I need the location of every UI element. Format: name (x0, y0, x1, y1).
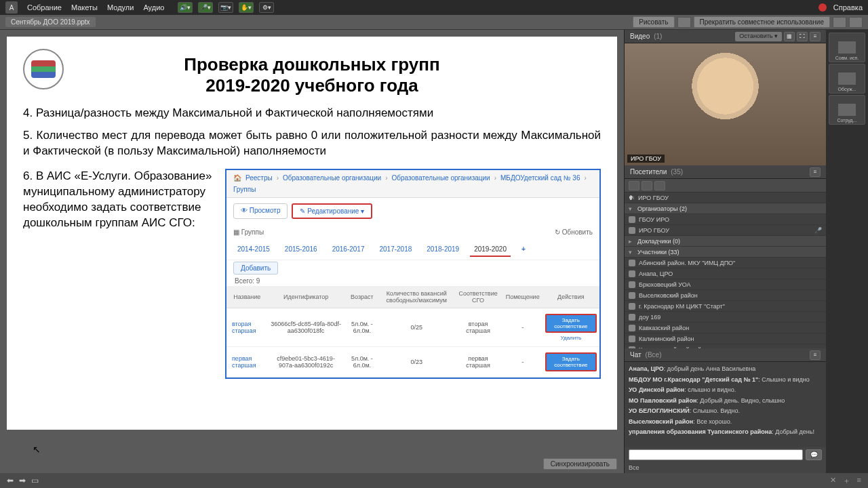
attendees-list: 🗣ИРО ГБОУ ▾Организаторы (2) ГБОУ ИРО ИРО… (625, 192, 826, 348)
list-item[interactable]: Кавказский район (625, 323, 826, 333)
sync-button[interactable]: Синхронизировать (543, 458, 617, 470)
list-item[interactable]: Брюховецкий УОА (625, 279, 826, 290)
list-item[interactable]: г. Краснодар КМ ЦИКТ "Старт" (625, 301, 826, 312)
chat-message: УО Динской район: слышно и видно. (629, 386, 822, 395)
stop-sharing-button[interactable]: Прекратить совместное использование (694, 16, 831, 28)
draw-button[interactable]: Рисовать (633, 16, 674, 28)
add-group-button[interactable]: Добавить (233, 262, 278, 274)
edit-mode-button[interactable]: ✎ Редактирование ▾ (292, 203, 372, 219)
home-icon: 🏠 (233, 174, 241, 182)
chat-input-row: 💬 (625, 447, 826, 462)
presenters-section[interactable]: ▸Докладчики (0) (625, 236, 826, 247)
year-tab[interactable]: 2017-2018 (375, 243, 416, 257)
settings-icon[interactable]: ⚙▾ (259, 2, 274, 13)
panel-menu-icon[interactable]: ≡ (810, 167, 821, 177)
chat-panel-header: Чат(Все) ≡ (625, 348, 826, 362)
panel-menu-icon[interactable]: ≡ (810, 350, 821, 360)
attendee-tool-icon[interactable] (629, 181, 639, 190)
panel-menu-icon[interactable]: ≡ (810, 32, 821, 41)
layout-discussion-button[interactable]: Обсуж... (829, 64, 865, 94)
layout-collab-button[interactable]: Сотруд... (829, 95, 865, 125)
video-feed: ИРО ГБОУ (625, 43, 826, 165)
chat-message: УО БЕЛОГЛИНСКИЙ: Слышно. Видно. (629, 407, 822, 416)
close-icon[interactable]: ✕ (830, 476, 836, 486)
list-item[interactable]: Выселковский район (625, 290, 826, 301)
add-year-button[interactable]: + (517, 243, 530, 257)
list-item[interactable]: Анапа, ЦРО (625, 268, 826, 279)
speaker-name-label: ИРО ГБОУ (627, 155, 665, 163)
euslugi-screenshot: 🏠 Реестры› Образовательные организации› … (225, 169, 601, 379)
share-toolbar: Сентябрь ДОО 2019.pptx Рисовать Прекрати… (0, 15, 868, 30)
layouts-bar: Совм. исп. Обсуж... Сотруд... (826, 30, 868, 473)
participants-section[interactable]: ▾Участники (33) (625, 247, 826, 258)
camera-icon[interactable]: 📷▾ (218, 2, 233, 13)
share-menu-icon[interactable] (849, 17, 863, 28)
shared-file-tab[interactable]: Сентябрь ДОО 2019.pptx (5, 17, 96, 27)
refresh-button[interactable]: ↻ Обновить (555, 228, 593, 236)
next-slide-button[interactable]: ➡ (19, 476, 26, 485)
chat-message: управления образования Туапсинского райо… (629, 428, 822, 437)
slide-footer: ↖ Синхронизировать (0, 454, 624, 473)
attendee-tool-icon[interactable] (642, 181, 652, 190)
set-mapping-button[interactable]: Задать соответствие (545, 314, 597, 333)
attendee-tool-icon[interactable] (654, 181, 665, 190)
stop-video-button[interactable]: Остановить ▾ (735, 32, 782, 41)
slide: Проверка дошкольных групп 2019-2020 учеб… (7, 37, 617, 430)
table-row: вторая старшая 36066cf5-dc85-49fa-80df-a… (226, 308, 599, 346)
year-tab[interactable]: 2016-2017 (328, 243, 369, 257)
chat-messages: Анапа, ЦРО: добрый день Анна Васильевна … (625, 362, 826, 447)
org-logo-icon (23, 49, 64, 89)
app-menubar: A Собрание Макеты Модули Аудио 🔊▾ 🎤▾ 📷▾ … (0, 0, 868, 15)
list-item[interactable]: Абинский район. МКУ "ИМЦ ДПО" (625, 258, 826, 268)
slide-para-4: 4. Разница/разность между Максимальной и… (23, 106, 601, 121)
list-item[interactable]: ГБОУ ИРО (625, 214, 826, 225)
plus-icon[interactable]: ＋ (843, 476, 850, 486)
delete-link[interactable]: Удалить (545, 335, 597, 341)
video-panel-header: Видео(1) Остановить ▾ ▦ ⛶ ≡ (625, 30, 826, 43)
total-count: Всего: 9 (226, 276, 599, 286)
mic-active-icon: 🎤 (814, 227, 822, 234)
list-item[interactable]: Калининский район (625, 333, 826, 344)
menu-layouts[interactable]: Макеты (71, 3, 98, 12)
raise-hand-icon[interactable]: ✋▾ (239, 2, 254, 13)
table-row: первая старшая cf9ebe01-5bc3-4619-907a-a… (226, 346, 599, 377)
chat-message: МБДОУ МО г.Краснодар "Детский сад № 1": … (629, 375, 822, 385)
pointer-tool-icon[interactable] (677, 17, 691, 28)
bottom-bar: ⬅ ➡ ▭ ✕ ＋ ≡ (0, 473, 868, 488)
recording-indicator-icon (818, 3, 827, 12)
year-tab[interactable]: 2014-2015 (233, 243, 274, 257)
mic-icon[interactable]: 🎤▾ (198, 2, 213, 13)
menu-audio[interactable]: Аудио (143, 3, 164, 12)
year-tabs: 2014-2015 2015-2016 2016-2017 2017-2018 … (226, 240, 599, 260)
speaking-icon: 🗣 (629, 195, 635, 201)
speaker-icon[interactable]: 🔊▾ (178, 2, 193, 13)
fullscreen-icon[interactable] (833, 17, 846, 28)
grid-view-icon[interactable]: ▦ (784, 32, 795, 41)
chat-input[interactable] (629, 449, 803, 460)
active-speaker-row: 🗣ИРО ГБОУ (625, 192, 826, 203)
year-tab[interactable]: 2018-2019 (422, 243, 463, 257)
send-button[interactable]: 💬 (806, 449, 822, 460)
layout-sharing-button[interactable]: Совм. исп. (829, 33, 865, 62)
breadcrumb: 🏠 Реестры› Образовательные организации› … (226, 170, 599, 198)
menu-pods[interactable]: Модули (107, 3, 134, 12)
view-mode-button[interactable]: 👁 Просмотр (233, 203, 288, 219)
options-icon[interactable]: ≡ (857, 476, 861, 486)
slide-thumbnails-button[interactable]: ▭ (31, 476, 39, 485)
attendees-panel-header: Посетители(35) ≡ (625, 165, 826, 179)
chat-message: МО Павловский район: Добрый день. Видно,… (629, 396, 822, 406)
attendees-toolbar (625, 179, 826, 192)
menu-meeting[interactable]: Собрание (27, 3, 62, 12)
year-tab[interactable]: 2015-2016 (281, 243, 321, 257)
menu-help[interactable]: Справка (833, 3, 863, 12)
chat-scope-dropdown[interactable]: Все (629, 464, 639, 471)
fullscreen-icon[interactable]: ⛶ (797, 32, 808, 41)
set-mapping-button[interactable]: Задать соответствие (545, 352, 597, 371)
list-item[interactable]: доу 169 (625, 312, 826, 323)
year-tab-active[interactable]: 2019-2020 (470, 243, 511, 257)
prev-slide-button[interactable]: ⬅ (7, 476, 14, 485)
adobe-logo-icon: A (5, 1, 18, 14)
chat-message: Выселковский район: Все хорошо. (629, 418, 822, 427)
list-item[interactable]: ИРО ГБОУ🎤 (625, 225, 826, 236)
hosts-section[interactable]: ▾Организаторы (2) (625, 203, 826, 214)
